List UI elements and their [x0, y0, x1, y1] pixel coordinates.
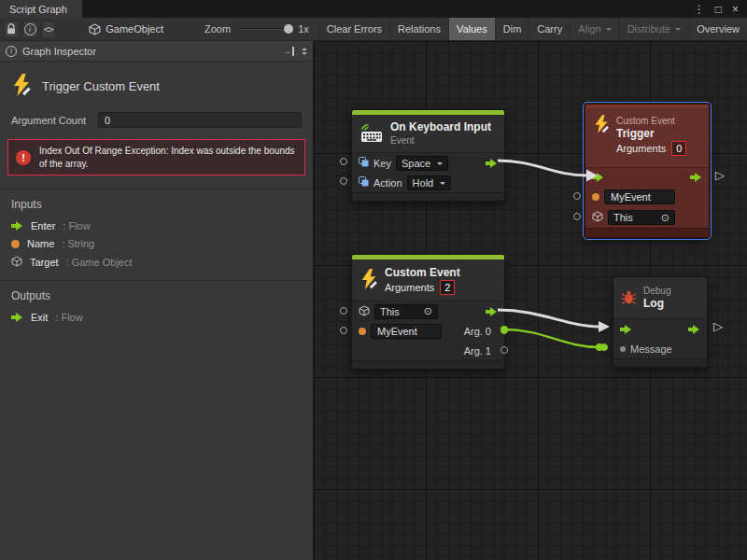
target-object-picker[interactable]: This ⊙	[374, 304, 438, 319]
node-custom-event-arguments[interactable]: Custom Event Arguments 2	[351, 254, 505, 370]
node-on-keyboard-input[interactable]: On Keyboard Input Event Key Space	[351, 109, 505, 202]
lightning-icon	[359, 269, 378, 291]
output-port-row-exit: Exit : Flow	[0, 309, 313, 327]
target-object-picker[interactable]: This ⊙	[608, 210, 675, 225]
event-name-row: MyEvent Arg. 0	[352, 321, 504, 341]
flow-input-port[interactable]	[592, 172, 604, 183]
info-icon: i	[24, 23, 36, 35]
arg0-output-port[interactable]	[500, 327, 508, 334]
action-port-row: Action Hold	[352, 173, 504, 192]
node-title: Custom Event	[385, 266, 460, 280]
flow-input-port[interactable]	[620, 324, 632, 335]
argument-count-input[interactable]	[98, 112, 302, 128]
relations-button[interactable]: Relations	[389, 18, 448, 41]
flow-output-port[interactable]	[486, 306, 498, 317]
string-port-icon	[359, 328, 366, 335]
key-dropdown[interactable]: Space	[396, 156, 448, 171]
scroll-down-icon	[302, 52, 307, 58]
info-icon: i	[6, 46, 17, 57]
argument-count-label: Argument Count	[11, 115, 98, 126]
code-icon: <>	[44, 24, 53, 35]
lightning-icon	[593, 115, 610, 135]
node-title: On Keyboard Input	[390, 120, 491, 134]
object-picker-icon: ⊙	[424, 306, 432, 316]
lightning-icon	[11, 74, 32, 98]
chevron-down-icon	[437, 162, 443, 168]
gameobject-reference[interactable]: GameObject	[89, 23, 163, 35]
outputs-heading: Outputs	[0, 281, 313, 309]
toolbar-button-group: Clear Errors Relations Values Dim Carry …	[318, 18, 747, 41]
overview-button[interactable]: Overview	[688, 18, 747, 41]
argument-count-badge: 0	[671, 141, 686, 156]
values-button[interactable]: Values	[448, 18, 495, 41]
node-debug-log[interactable]: Debug Log Message	[613, 276, 708, 368]
distribute-dropdown[interactable]: Distribute	[619, 18, 688, 41]
message-label: Message	[630, 343, 672, 355]
window-maximize-icon[interactable]: □	[715, 4, 722, 15]
action-value: Hold	[413, 177, 434, 189]
code-view-button[interactable]: <>	[41, 21, 57, 38]
align-label: Align	[578, 23, 600, 35]
window-menu-icon[interactable]: ⋮	[694, 4, 705, 15]
relation-marker-icon: ▷	[713, 320, 723, 332]
value-input-port[interactable]	[340, 307, 347, 315]
flow-output-port[interactable]	[690, 172, 702, 183]
inputs-heading: Inputs	[0, 189, 313, 217]
string-port-icon	[592, 193, 599, 201]
input-port-row-enter: Enter : Flow	[0, 217, 313, 235]
graph-canvas[interactable]: On Keyboard Input Event Key Space	[314, 41, 747, 560]
value-input-port[interactable]	[340, 327, 347, 334]
arguments-label: Arguments	[385, 282, 434, 293]
message-input-port[interactable]	[600, 343, 608, 351]
window-tab-bar: Script Graph ⋮ □ ×	[0, 0, 747, 18]
node-subtitle: Event	[390, 134, 491, 147]
dim-button[interactable]: Dim	[495, 18, 529, 41]
argument-count-badge: 2	[440, 280, 455, 295]
value-input-port[interactable]	[573, 213, 581, 220]
flow-port-row	[585, 168, 709, 187]
node-body: MyEvent This ⊙	[585, 167, 709, 228]
lock-icon[interactable]	[4, 21, 20, 38]
flow-output-port[interactable]	[486, 158, 498, 169]
flow-port-icon	[11, 312, 23, 323]
value-input-port[interactable]	[340, 177, 347, 185]
tab-label: Script Graph	[9, 4, 67, 15]
value-input-port[interactable]	[573, 192, 581, 200]
error-message-box: ! Index Out Of Range Exception: Index wa…	[7, 139, 305, 175]
inspector-toggle-button[interactable]: i	[22, 21, 38, 38]
argument-count-row: Argument Count	[0, 112, 313, 139]
carry-button[interactable]: Carry	[529, 18, 570, 41]
value-input-port[interactable]	[340, 158, 347, 165]
key-value: Space	[402, 158, 430, 169]
port-type: : Game Object	[66, 257, 133, 268]
flow-port-row	[613, 319, 707, 339]
zoom-slider[interactable]	[238, 23, 293, 35]
error-icon: !	[16, 150, 31, 165]
align-dropdown[interactable]: Align	[570, 18, 618, 41]
graph-inspector-panel: i Graph Inspector → Trigger Custom Event…	[0, 41, 314, 560]
input-port-row-name: Name : String	[0, 235, 313, 253]
window-close-icon[interactable]: ×	[732, 4, 739, 15]
node-header: Debug Log	[613, 277, 707, 318]
flow-output-port[interactable]	[688, 324, 700, 335]
node-category: Custom Event	[616, 115, 686, 127]
key-port-row: Key Space	[352, 153, 504, 173]
node-trigger-custom-event[interactable]: Custom Event Trigger Arguments 0	[585, 104, 710, 238]
port-type: : Flow	[63, 220, 90, 231]
node-title: Log	[643, 297, 670, 311]
dock-icon[interactable]: →	[282, 47, 294, 56]
tab-script-graph[interactable]: Script Graph	[0, 0, 82, 18]
node-footer	[613, 358, 707, 367]
arg1-output-port[interactable]	[500, 346, 508, 354]
event-name-field[interactable]: MyEvent	[604, 189, 675, 204]
event-name-field[interactable]: MyEvent	[371, 324, 442, 339]
panel-scroll-buttons[interactable]	[302, 45, 307, 58]
event-name-row: MyEvent	[585, 187, 709, 207]
main-split: i Graph Inspector → Trigger Custom Event…	[0, 41, 747, 560]
gameobject-cube-icon	[11, 256, 22, 269]
graph-inspector-header: i Graph Inspector →	[0, 41, 313, 62]
zoom-slider-knob[interactable]	[284, 24, 293, 34]
action-dropdown[interactable]: Hold	[407, 175, 452, 190]
clear-errors-button[interactable]: Clear Errors	[318, 18, 389, 41]
selected-node-header: Trigger Custom Event	[0, 62, 313, 112]
